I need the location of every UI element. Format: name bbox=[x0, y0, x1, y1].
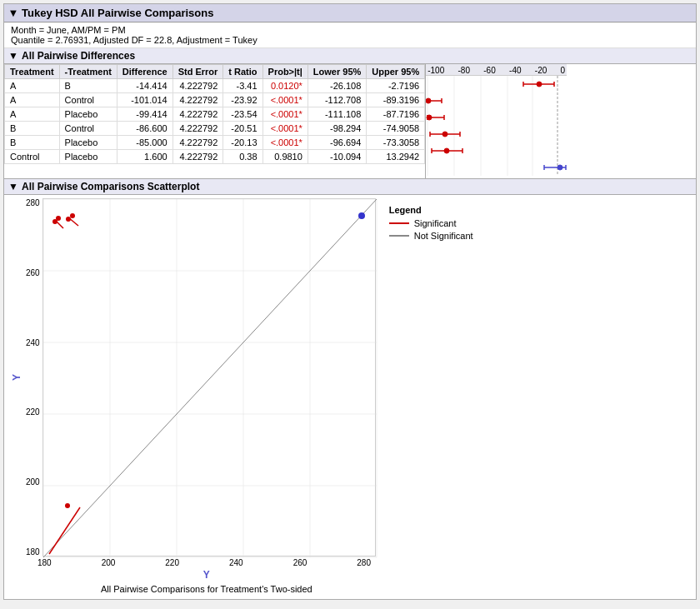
svg-point-49 bbox=[358, 212, 365, 219]
cell-0-6: -26.108 bbox=[308, 79, 366, 93]
col-difference: Difference bbox=[117, 65, 172, 79]
main-section-header: ▼ Tukey HSD All Pairwise Comparisons bbox=[4, 4, 696, 22]
cell-0-4: -3.41 bbox=[223, 79, 262, 93]
y-tick-180: 180 bbox=[26, 547, 40, 557]
cell-2-2: -99.414 bbox=[117, 107, 172, 122]
chart-axis-label: -100 -80 -60 -40 -20 0 bbox=[428, 66, 565, 75]
confidence-interval-chart: -100 -80 -60 -40 -20 0 bbox=[425, 64, 567, 178]
cell-5-6: -10.094 bbox=[308, 150, 366, 164]
cell-4-1: Placebo bbox=[59, 136, 117, 150]
col-treatment: Treatment bbox=[5, 65, 60, 79]
cell-1-4: -23.92 bbox=[223, 93, 262, 107]
ci-svg bbox=[426, 76, 567, 176]
cell-0-0: A bbox=[5, 79, 60, 93]
significant-line-icon bbox=[389, 222, 409, 224]
cell-5-3: 4.222792 bbox=[172, 150, 223, 164]
main-container: ▼ Tukey HSD All Pairwise Comparisons Mon… bbox=[3, 3, 697, 600]
scatterplot-section: ▼ All Pairwise Comparisons Scatterplot Y… bbox=[4, 178, 696, 599]
cell-5-1: Placebo bbox=[59, 150, 117, 164]
cell-3-5: <.0001* bbox=[262, 122, 308, 136]
table-row: APlacebo-99.4144.222792-23.54<.0001*-111… bbox=[5, 107, 425, 122]
content-area: Treatment -Treatment Difference Std Erro… bbox=[4, 64, 696, 178]
x-tick-180: 180 bbox=[38, 558, 52, 567]
scatterplot-wrapper: Y 280 260 240 220 200 180 bbox=[8, 198, 376, 596]
col-neg-treatment: -Treatment bbox=[59, 65, 117, 79]
svg-line-42 bbox=[43, 199, 377, 557]
legend-significant-label: Significant bbox=[414, 218, 457, 228]
pairwise-section-header: ▼ All Pairwise Differences bbox=[4, 48, 696, 64]
y-tick-240: 240 bbox=[26, 338, 40, 347]
svg-point-50 bbox=[65, 503, 70, 508]
x-tick-200: 200 bbox=[102, 558, 116, 567]
meta-line1: Month = June, AM/PM = PM bbox=[11, 25, 689, 35]
table-row: AControl-101.0144.222792-23.92<.0001*-11… bbox=[5, 93, 425, 107]
meta-line2: Quantile = 2.76931, Adjusted DF = 22.8, … bbox=[11, 35, 689, 45]
cell-3-7: -74.9058 bbox=[367, 122, 425, 136]
cell-1-3: 4.222792 bbox=[172, 93, 223, 107]
pairwise-table: Treatment -Treatment Difference Std Erro… bbox=[4, 64, 425, 164]
cell-1-6: -112.708 bbox=[308, 93, 366, 107]
svg-point-48 bbox=[70, 213, 75, 218]
cell-2-3: 4.222792 bbox=[172, 107, 223, 122]
svg-point-29 bbox=[558, 165, 562, 170]
legend-item-significant: Significant bbox=[389, 218, 473, 228]
cell-3-2: -86.600 bbox=[117, 122, 172, 136]
cell-5-0: Control bbox=[5, 150, 60, 164]
main-title: Tukey HSD All Pairwise Comparisons bbox=[22, 7, 213, 19]
svg-point-9 bbox=[537, 82, 542, 87]
svg-line-51 bbox=[49, 507, 80, 554]
table-row: BControl-86.6004.222792-20.51<.0001*-98.… bbox=[5, 122, 425, 136]
cell-2-5: <.0001* bbox=[262, 107, 308, 122]
x-tick-240: 240 bbox=[229, 558, 243, 567]
legend-not-significant-label: Not Significant bbox=[414, 231, 473, 241]
pairwise-section-title: All Pairwise Differences bbox=[22, 50, 135, 62]
table-container: Treatment -Treatment Difference Std Erro… bbox=[4, 64, 425, 178]
table-row: AB-14.4144.222792-3.410.0120*-26.108-2.7… bbox=[5, 79, 425, 93]
cell-0-3: 4.222792 bbox=[172, 79, 223, 93]
svg-point-21 bbox=[442, 132, 448, 137]
cell-4-4: -20.13 bbox=[223, 136, 262, 150]
svg-point-25 bbox=[444, 148, 449, 153]
y-tick-200: 200 bbox=[26, 477, 40, 487]
cell-4-6: -96.694 bbox=[308, 136, 366, 150]
cell-4-0: B bbox=[5, 136, 60, 150]
svg-point-13 bbox=[426, 98, 431, 103]
cell-1-0: A bbox=[5, 93, 60, 107]
y-axis-label: Y bbox=[8, 374, 26, 381]
svg-point-47 bbox=[66, 217, 71, 222]
chart-title: All Pairwise Comparisons for Treatment's… bbox=[38, 582, 376, 596]
x-tick-280: 280 bbox=[357, 558, 371, 567]
x-tick-220: 220 bbox=[165, 558, 179, 567]
cell-0-1: B bbox=[59, 79, 117, 93]
col-tratio: t Ratio bbox=[223, 65, 262, 79]
legend-item-not-significant: Not Significant bbox=[389, 231, 473, 241]
collapse-main-btn[interactable]: ▼ bbox=[8, 8, 18, 18]
table-row: ControlPlacebo1.6004.2227920.380.9810-10… bbox=[5, 150, 425, 164]
cell-0-2: -14.414 bbox=[117, 79, 172, 93]
cell-5-5: 0.9810 bbox=[262, 150, 308, 164]
cell-5-4: 0.38 bbox=[223, 150, 262, 164]
cell-1-5: <.0001* bbox=[262, 93, 308, 107]
y-tick-280: 280 bbox=[26, 198, 40, 207]
not-significant-line-icon bbox=[389, 235, 409, 237]
cell-1-2: -101.014 bbox=[117, 93, 172, 107]
collapse-scatter-btn[interactable]: ▼ bbox=[8, 182, 18, 192]
cell-4-5: <.0001* bbox=[262, 136, 308, 150]
scatterplot-header: ▼ All Pairwise Comparisons Scatterplot bbox=[4, 179, 696, 195]
cell-2-6: -111.108 bbox=[308, 107, 366, 122]
cell-3-3: 4.222792 bbox=[172, 122, 223, 136]
collapse-pairwise-btn[interactable]: ▼ bbox=[8, 51, 18, 61]
scatter-svg bbox=[42, 198, 376, 557]
cell-2-0: A bbox=[5, 107, 60, 122]
cell-4-2: -85.000 bbox=[117, 136, 172, 150]
y-tick-220: 220 bbox=[26, 407, 40, 417]
svg-point-46 bbox=[56, 216, 61, 221]
scatterplot-container: Y 280 260 240 220 200 180 bbox=[4, 195, 696, 599]
cell-1-7: -89.3196 bbox=[367, 93, 425, 107]
col-lower95: Lower 95% bbox=[308, 65, 366, 79]
cell-1-1: Control bbox=[59, 93, 117, 107]
cell-4-7: -73.3058 bbox=[367, 136, 425, 150]
svg-point-17 bbox=[427, 115, 432, 120]
meta-info: Month = June, AM/PM = PM Quantile = 2.76… bbox=[4, 22, 696, 48]
col-stderr: Std Error bbox=[172, 65, 223, 79]
